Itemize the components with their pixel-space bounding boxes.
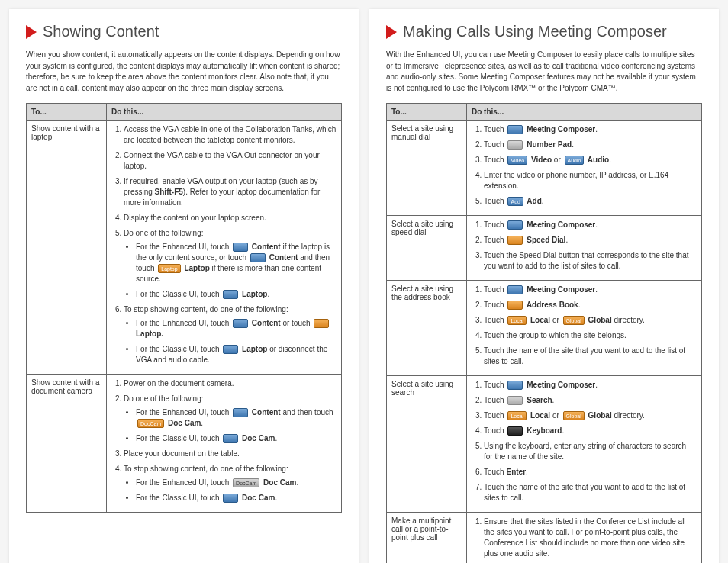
- step: Touch the group to which the site belong…: [484, 330, 697, 341]
- th-to: To...: [387, 104, 467, 121]
- th-do: Do this...: [107, 104, 342, 121]
- search-icon: [507, 396, 523, 405]
- laptop-icon: [223, 345, 238, 354]
- step: Touch the name of the site that you want…: [484, 346, 697, 367]
- meeting-composer-icon: [507, 381, 523, 390]
- laptop-icon: [223, 290, 238, 299]
- step: If required, enable VGA output on your l…: [124, 176, 337, 208]
- number-pad-icon: [507, 140, 523, 150]
- th-to: To...: [27, 104, 107, 121]
- step: Touch Meeting Composer.: [484, 220, 697, 230]
- right-page: Making Calls Using Meeting Composer With…: [369, 9, 719, 563]
- step: Power on the document camera.: [124, 378, 337, 389]
- step: Touch Search.: [484, 395, 697, 406]
- to-cell: Select a site using speed dial: [387, 216, 467, 281]
- to-cell: Select a site using the address book: [387, 281, 467, 376]
- substep: For the Enhanced UI, touch Content if th…: [136, 242, 337, 285]
- do-cell: Touch Meeting Composer. Touch Search. To…: [467, 376, 702, 513]
- th-do: Do this...: [467, 104, 702, 121]
- step: Touch Video Video or Audio Audio.: [484, 155, 697, 166]
- step: Place your document on the table.: [124, 449, 337, 459]
- video-icon: Video: [507, 156, 527, 165]
- step: Touch Add Add.: [484, 196, 697, 207]
- do-cell: Access the VGA cable in one of the Colla…: [107, 121, 342, 375]
- substep: For the Classic UI, touch Doc Cam.: [136, 433, 337, 444]
- step: Connect the VGA cable to the VGA Out con…: [124, 150, 337, 172]
- step: Touch Address Book.: [484, 300, 697, 310]
- arrow-right-icon: [26, 25, 37, 39]
- local-icon: Local: [507, 411, 527, 420]
- to-cell: Show content with a laptop: [27, 121, 107, 375]
- to-cell: Select a site using manual dial: [387, 121, 467, 216]
- table-row: Make a multipoint call or a point-to-poi…: [387, 513, 702, 564]
- step: Access the VGA cable in one of the Colla…: [124, 124, 337, 146]
- substep: For the Classic UI, touch Laptop or disc…: [136, 344, 337, 365]
- do-cell: Touch Meeting Composer. Touch Address Bo…: [467, 281, 702, 376]
- step: Display the content on your laptop scree…: [124, 213, 337, 224]
- content-icon: [250, 253, 266, 262]
- step: Touch Meeting Composer.: [484, 380, 697, 391]
- step: Touch Local Local or Global Global direc…: [484, 410, 697, 421]
- do-cell: Ensure that the sites listed in the Conf…: [467, 513, 702, 564]
- global-icon: Global: [563, 316, 585, 325]
- step: Touch Meeting Composer.: [484, 285, 697, 295]
- step: Touch Number Pad.: [484, 140, 697, 150]
- local-icon: Local: [507, 316, 527, 325]
- table-row: Show content with a document camera Powe…: [27, 375, 342, 513]
- keyboard-icon: [507, 426, 523, 436]
- doccam-icon: DocCam: [137, 419, 164, 428]
- step: Touch Meeting Composer.: [484, 124, 697, 135]
- meeting-composer-icon: [507, 220, 523, 230]
- arrow-right-icon: [386, 25, 397, 39]
- step: Touch the name of the site that you want…: [484, 482, 697, 503]
- to-cell: Make a multipoint call or a point-to-poi…: [387, 513, 467, 564]
- substep: For the Enhanced UI, touch Content and t…: [136, 407, 337, 429]
- table-left: To... Do this... Show content with a lap…: [26, 103, 342, 513]
- step: Touch Speed Dial.: [484, 235, 697, 246]
- speed-dial-icon: [507, 236, 523, 245]
- page-title-left: Showing Content: [43, 23, 159, 40]
- step: Ensure that the sites listed in the Conf…: [484, 516, 697, 559]
- do-cell: Touch Meeting Composer. Touch Number Pad…: [467, 121, 702, 216]
- laptop-icon: [314, 319, 329, 328]
- do-cell: Power on the document camera. Do one of …: [107, 375, 342, 513]
- heading-left: Showing Content: [26, 23, 342, 40]
- intro-left: When you show content, it automatically …: [26, 50, 342, 94]
- intro-right: With the Enhanced UI, you can use Meetin…: [386, 50, 702, 94]
- doccam-icon: DocCam: [233, 478, 259, 487]
- step: Touch Keyboard.: [484, 426, 697, 436]
- global-icon: Global: [563, 411, 585, 420]
- table-row: Select a site using search Touch Meeting…: [387, 376, 702, 513]
- doccam-icon: [223, 434, 238, 443]
- substep: For the Enhanced UI, touch DocCam Doc Ca…: [136, 478, 337, 488]
- content-icon: [233, 243, 248, 252]
- address-book-icon: [507, 301, 523, 310]
- step: To stop showing content, do one of the f…: [124, 464, 337, 503]
- left-page: Showing Content When you show content, i…: [9, 9, 359, 563]
- step: Touch Local Local or Global Global direc…: [484, 315, 697, 326]
- table-row: Show content with a laptop Access the VG…: [27, 121, 342, 375]
- meeting-composer-icon: [507, 285, 523, 294]
- table-row: Select a site using the address book Tou…: [387, 281, 702, 376]
- content-icon: [233, 408, 248, 417]
- step: To stop showing content, do one of the f…: [124, 304, 337, 365]
- to-cell: Select a site using search: [387, 376, 467, 513]
- meeting-composer-icon: [507, 125, 523, 134]
- substep: For the Classic UI, touch Laptop.: [136, 289, 337, 300]
- step: Enter the video or phone number, IP addr…: [484, 170, 697, 191]
- doccam-icon: [223, 494, 238, 503]
- add-icon: Add: [507, 197, 523, 206]
- table-right: To... Do this... Select a site using man…: [386, 103, 702, 563]
- page-title-right: Making Calls Using Meeting Composer: [403, 23, 667, 40]
- substep: For the Classic UI, touch Doc Cam.: [136, 493, 337, 503]
- table-row: Select a site using speed dial Touch Mee…: [387, 216, 702, 281]
- table-row: Select a site using manual dial Touch Me…: [387, 121, 702, 216]
- do-cell: Touch Meeting Composer. Touch Speed Dial…: [467, 216, 702, 281]
- audio-icon: Audio: [565, 156, 585, 165]
- step: Touch Enter.: [484, 467, 697, 478]
- heading-right: Making Calls Using Meeting Composer: [386, 23, 702, 40]
- step: Do one of the following: For the Enhance…: [124, 394, 337, 444]
- step: Touch the Speed Dial button that corresp…: [484, 250, 697, 272]
- substep: For the Enhanced UI, touch Content or to…: [136, 318, 337, 339]
- laptop-icon: Laptop: [158, 264, 180, 273]
